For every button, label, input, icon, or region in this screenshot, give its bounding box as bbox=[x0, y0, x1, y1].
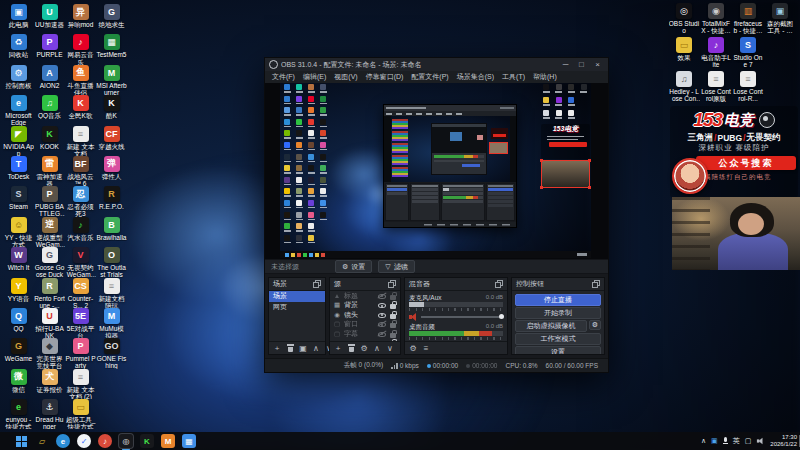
desktop-icon-doc-file[interactable]: ≡Lose Control-R... bbox=[732, 71, 764, 105]
desktop-icon-wegame[interactable]: GWeGame bbox=[3, 338, 34, 368]
desktop-icon-ninja-must-die[interactable]: 忍忍者必须死3 bbox=[65, 186, 96, 216]
lock-icon[interactable] bbox=[390, 301, 397, 309]
maximize-button[interactable]: □ bbox=[575, 60, 588, 69]
desktop-icon-totalmix-fx[interactable]: ◉TotalMixFX - 快捷方式 bbox=[700, 3, 732, 37]
speaker-muted-icon[interactable] bbox=[409, 313, 418, 321]
desktop-icon-repo[interactable]: RR.E.P.O. bbox=[96, 186, 127, 216]
menu-v[interactable]: 视图(V) bbox=[330, 72, 361, 82]
desktop-icon-u-bank[interactable]: U招行U-BANK bbox=[34, 308, 65, 338]
scene-item[interactable]: 场景 bbox=[269, 291, 325, 302]
desktop-icon-tools-folder[interactable]: ▭超级工具_快捷方式 bbox=[65, 399, 96, 429]
desktop-icon-nvidia-app[interactable]: ◤NVIDIA App bbox=[3, 126, 34, 156]
close-button[interactable]: × bbox=[591, 60, 604, 69]
desktop-icon-edge[interactable]: eMicrosoft Edge bbox=[3, 95, 34, 125]
gear-button[interactable]: ⚙ bbox=[360, 343, 368, 353]
up-button[interactable]: ∧ bbox=[373, 343, 381, 353]
menu-d[interactable]: 停靠窗口(D) bbox=[362, 72, 408, 82]
desktop-icon-outlast-trials[interactable]: OThe Outlast Trials bbox=[96, 247, 127, 277]
desktop-icon-control-panel[interactable]: ⚙控制面板 bbox=[3, 65, 34, 95]
desktop-icon-text-file-2[interactable]: ≡新建 文本文档 (2) bbox=[65, 369, 96, 399]
desktop-icon-pummel-party[interactable]: PPummel Party bbox=[65, 338, 96, 368]
visibility-eye-icon[interactable] bbox=[378, 320, 387, 328]
dock-popout-icon[interactable] bbox=[592, 280, 600, 288]
desktop-icon-doc-file[interactable]: ≡新建文档 陪玩 bbox=[96, 278, 127, 308]
desktop-icon-doc-file[interactable]: ≡Lose Control原版 bbox=[700, 71, 732, 105]
dock-popout-icon[interactable] bbox=[388, 280, 396, 288]
trash-button[interactable] bbox=[347, 343, 355, 353]
desktop-icon-pubg[interactable]: PPUBG BATTLEGR... bbox=[34, 186, 65, 216]
dock-popout-icon[interactable] bbox=[313, 280, 321, 288]
desktop-icon-mumu-emulator[interactable]: MMuMu模拟器 bbox=[96, 308, 127, 338]
lock-icon[interactable] bbox=[390, 339, 397, 341]
scene-item[interactable]: 网页 bbox=[269, 302, 325, 313]
desktop-icon-qq[interactable]: QQQ bbox=[3, 308, 34, 338]
desktop-icon-cs2[interactable]: CSCounter-S... 2 bbox=[65, 278, 96, 308]
desktop-icon-party-game[interactable]: 弹弹性人 bbox=[96, 156, 127, 186]
ime-indicator[interactable]: 英 bbox=[733, 436, 740, 446]
visibility-eye-icon[interactable] bbox=[378, 311, 387, 319]
source-row[interactable]: ▦背景 bbox=[330, 301, 400, 311]
desktop-icon-leigod[interactable]: 雷雷神加速器 bbox=[34, 156, 65, 186]
down-button[interactable]: ∨ bbox=[386, 343, 394, 353]
desktop-icon-purple[interactable]: PPURPLE bbox=[34, 34, 65, 64]
menu-p[interactable]: 配置文件(P) bbox=[407, 72, 452, 82]
add-button[interactable]: + bbox=[334, 343, 342, 353]
control-button-stop-streaming[interactable]: 停止直播 bbox=[515, 294, 601, 306]
desktop-icon-douyu-live[interactable]: 鱼斗鱼直播伴侣 bbox=[65, 65, 96, 95]
control-button-启动虚拟摄像机[interactable]: 启动虚拟摄像机 bbox=[515, 320, 587, 332]
tray-app-icon[interactable]: ▣ bbox=[711, 437, 718, 445]
desktop-icon-text-file[interactable]: ≡新建 文本文档 bbox=[65, 126, 96, 156]
desktop-icon-yy-shortcut[interactable]: ☺YY - 快捷方式 bbox=[3, 217, 34, 247]
desktop-icon-goose-goose-duck[interactable]: GGoose Goose Duck bbox=[34, 247, 65, 277]
menu-button[interactable]: ≡ bbox=[422, 343, 430, 353]
taskbar-netease-music-icon[interactable]: ♪ bbox=[98, 434, 112, 448]
source-row[interactable]: ◉镜头 bbox=[330, 310, 400, 320]
desktop-icon-testmem5[interactable]: ▦TestMem5 bbox=[96, 34, 127, 64]
desktop-icon-fireface-usb[interactable]: ▥firefaceusb - 快捷方式 bbox=[732, 3, 764, 37]
desktop-icon-brawlhalla[interactable]: BBrawlhalla bbox=[96, 217, 127, 247]
desktop-icon-effects-folder[interactable]: ▭效果 bbox=[668, 37, 700, 71]
minimize-button[interactable]: ─ bbox=[559, 60, 572, 69]
desktop-icon-aion2[interactable]: AAION2 bbox=[34, 65, 65, 95]
desktop-icon-witch-it[interactable]: WWitch It bbox=[3, 247, 34, 277]
visibility-eye-icon[interactable] bbox=[378, 301, 387, 309]
grid-button[interactable]: ▣ bbox=[299, 343, 307, 353]
lock-icon[interactable] bbox=[390, 330, 397, 338]
lock-icon[interactable] bbox=[390, 311, 397, 319]
desktop-icon-studio-one-7[interactable]: SStudio One 7 bbox=[732, 37, 764, 71]
desktop-icon-kook[interactable]: KKOOK bbox=[34, 126, 65, 156]
volume-slider[interactable] bbox=[421, 316, 503, 318]
taskbar-blue-app-icon[interactable]: ▦ bbox=[182, 434, 196, 448]
desktop-icon-audio-file[interactable]: ♫Hedley - Lose Cont... bbox=[668, 71, 700, 105]
virtualcam-settings-button[interactable]: ⚙ bbox=[589, 320, 601, 330]
menu-t[interactable]: 工具(T) bbox=[498, 72, 529, 82]
taskbar-start-icon[interactable] bbox=[14, 434, 28, 448]
desktop-icon-perfect-world-arena[interactable]: ◆完美世界竞技平台 bbox=[34, 338, 65, 368]
lock-icon[interactable] bbox=[390, 292, 397, 300]
gear-button[interactable]: ⚙ bbox=[409, 343, 417, 353]
source-filters-button[interactable]: ▽ 滤镜 bbox=[378, 260, 414, 273]
visibility-eye-icon[interactable] bbox=[378, 339, 387, 341]
desktop-icon-corgi-app[interactable]: 犬证券报价 bbox=[34, 369, 65, 399]
desktop-icon-yy-voice[interactable]: YYY语音 bbox=[3, 278, 34, 308]
desktop-icon-wechat[interactable]: 微微信 bbox=[3, 369, 34, 399]
source-row[interactable]: ▢窗口 bbox=[330, 320, 400, 330]
desktop-icon-edm-helper-lite[interactable]: ♪电音助手Lite bbox=[700, 37, 732, 71]
desktop-icon-pubg-shortcut[interactable]: G绝地求生 bbox=[96, 4, 127, 34]
desktop-icon-eunyou[interactable]: eeunyou - 快捷方式 bbox=[3, 399, 34, 429]
obs-preview-canvas[interactable]: 153电竞 bbox=[265, 83, 608, 259]
source-properties-button[interactable]: ⚙ 设置 bbox=[335, 260, 372, 273]
tray-chevron-icon[interactable]: ∧ bbox=[701, 437, 706, 445]
desktop-icon-screenshot-tool[interactable]: ▣森的截图工具 - 快捷方式 bbox=[764, 3, 796, 37]
desktop-icon-steam[interactable]: SSteam bbox=[3, 186, 34, 216]
menu-h[interactable]: 帮助(H) bbox=[529, 72, 561, 82]
desktop-icon-obs-studio[interactable]: ◎OBS Studio bbox=[668, 3, 700, 37]
source-row[interactable]: ▲标题 bbox=[330, 291, 400, 301]
obs-titlebar[interactable]: OBS 31.0.4 - 配置文件: 未命名 - 场景: 未命名 ─ □ × bbox=[265, 58, 608, 71]
up-button[interactable]: ∧ bbox=[312, 343, 320, 353]
dock-popout-icon[interactable] bbox=[495, 280, 503, 288]
desktop-icon-mod-package[interactable]: 异异响mod bbox=[65, 4, 96, 34]
desktop-icon-rento-fortune[interactable]: RRento Fortune -... bbox=[34, 278, 65, 308]
source-row[interactable]: ▢字幕 bbox=[330, 329, 400, 339]
desktop-icon-this-pc[interactable]: ▣此电脑 bbox=[3, 4, 34, 34]
